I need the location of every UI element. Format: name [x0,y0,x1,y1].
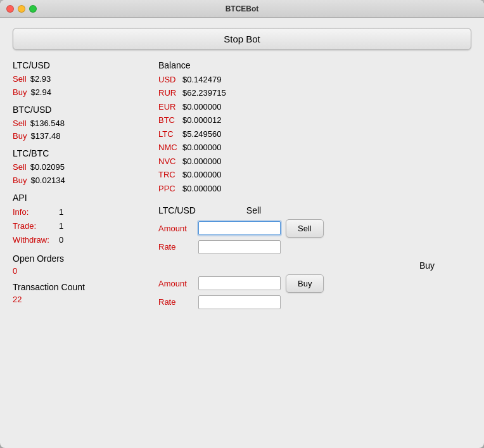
btc-usd-sell-row: Sell $136.548 [13,117,146,131]
balance-ltc: LTC $5.249560 [158,127,471,141]
buy-amount-input[interactable] [198,276,281,290]
minimize-button[interactable] [18,5,25,13]
open-orders-value: 0 [13,266,146,276]
ltc-btc-title: LTC/BTC [13,148,146,158]
trade-section: LTC/USD Sell Amount Sell Rate [158,205,471,309]
stop-bot-button[interactable]: Stop Bot [13,28,471,50]
sell-amount-row: Amount Sell [158,219,471,238]
left-panel: LTC/USD Sell $2.93 Buy $2.94 BTC/USD Sel… [13,60,146,438]
content-area: Stop Bot LTC/USD Sell $2.93 Buy $2.94 BT… [0,18,484,448]
ltc-btc-sell-value: $0.02095 [30,161,65,174]
transaction-count-title: Transaction Count [13,282,146,292]
buy-amount-row: Amount Buy [158,274,471,293]
balance-trc-amount: $0.000000 [182,168,221,181]
btc-usd-buy-label: Buy [13,130,27,143]
balance-usd-amount: $0.142479 [182,73,221,86]
api-info-label: Info: [13,205,54,219]
trade-buy-header: Buy [419,260,435,271]
balance-rur: RUR $62.239715 [158,86,471,99]
sell-amount-input[interactable] [198,221,281,235]
sell-rate-input[interactable] [198,240,281,254]
balance-eur: EUR $0.000000 [158,100,471,113]
balance-list: USD $0.142479 RUR $62.239715 EUR $0.0000… [158,73,471,195]
transaction-count-value: 22 [13,295,146,304]
main-layout: LTC/USD Sell $2.93 Buy $2.94 BTC/USD Sel… [13,60,471,438]
trade-sell-header: Sell [246,205,261,215]
buy-button[interactable]: Buy [286,274,324,293]
ltc-usd-sell-value: $2.93 [30,73,51,86]
balance-nmc-amount: $0.000000 [182,141,221,154]
balance-trc-currency: TRC [158,168,177,181]
right-panel: Balance USD $0.142479 RUR $62.239715 EUR… [146,60,471,438]
api-info-row: Info: 1 [13,205,146,219]
ltc-usd-buy-row: Buy $2.94 [13,86,146,99]
ltc-usd-sell-label: Sell [13,73,27,86]
ltc-usd-sell-row: Sell $2.93 [13,73,146,86]
ltc-btc-sell-row: Sell $0.02095 [13,161,146,174]
balance-btc-currency: BTC [158,113,177,127]
balance-usd: USD $0.142479 [158,73,471,86]
balance-title: Balance [158,60,471,70]
buy-rate-row: Rate [158,295,471,309]
balance-ltc-currency: LTC [158,127,177,141]
buy-rate-label: Rate [158,297,193,307]
api-trade-label: Trade: [13,219,54,233]
balance-rur-amount: $62.239715 [182,86,226,99]
btc-usd-buy-value: $137.48 [30,130,60,143]
btc-usd-buy-row: Buy $137.48 [13,130,146,143]
api-trade-value: 1 [59,219,63,233]
buy-rate-input[interactable] [198,295,281,309]
balance-nvc-currency: NVC [158,155,177,168]
window-controls [6,5,37,13]
balance-trc: TRC $0.000000 [158,168,471,181]
balance-ppc: PPC $0.000000 [158,182,471,195]
balance-nmc: NMC $0.000000 [158,141,471,154]
balance-btc: BTC $0.000012 [158,113,471,127]
balance-ppc-currency: PPC [158,182,177,195]
api-withdraw-row: Withdraw: 0 [13,233,146,247]
buy-amount-label: Amount [158,279,193,288]
title-bar: BTCEBot [0,0,484,18]
app-window: BTCEBot Stop Bot LTC/USD Sell $2.93 Buy … [0,0,484,448]
ltc-btc-sell-label: Sell [13,161,27,174]
window-title: BTCEBot [226,4,259,13]
api-withdraw-label: Withdraw: [13,233,54,247]
btc-usd-sell-label: Sell [13,117,27,131]
balance-usd-currency: USD [158,73,177,86]
sell-rate-row: Rate [158,240,471,254]
open-orders-title: Open Orders [13,253,146,264]
ltc-btc-buy-row: Buy $0.02134 [13,174,146,188]
ltc-usd-title: LTC/USD [13,60,146,70]
api-withdraw-value: 0 [59,233,63,247]
btc-usd-title: BTC/USD [13,105,146,115]
api-trade-row: Trade: 1 [13,219,146,233]
maximize-button[interactable] [29,5,37,13]
sell-button[interactable]: Sell [286,219,324,238]
sell-rate-label: Rate [158,242,193,252]
trade-pair-label: LTC/USD [158,205,196,215]
balance-ppc-amount: $0.000000 [182,182,221,195]
balance-nvc-amount: $0.000000 [182,155,221,168]
balance-nmc-currency: NMC [158,141,177,154]
buy-header-row: Buy [158,260,435,271]
trade-header-row: LTC/USD Sell [158,205,471,215]
balance-btc-amount: $0.000012 [182,113,221,127]
ltc-usd-buy-value: $2.94 [30,86,51,99]
sell-amount-label: Amount [158,224,193,233]
balance-eur-amount: $0.000000 [182,100,221,113]
ltc-usd-buy-label: Buy [13,86,27,99]
ltc-btc-buy-label: Buy [13,174,27,188]
balance-ltc-amount: $5.249560 [182,127,221,141]
api-info-value: 1 [59,205,63,219]
ltc-btc-buy-value: $0.02134 [30,174,65,188]
btc-usd-sell-value: $136.548 [30,117,65,131]
balance-rur-currency: RUR [158,86,177,99]
api-title: API [13,193,146,203]
close-button[interactable] [6,5,14,13]
balance-eur-currency: EUR [158,100,177,113]
balance-nvc: NVC $0.000000 [158,155,471,168]
